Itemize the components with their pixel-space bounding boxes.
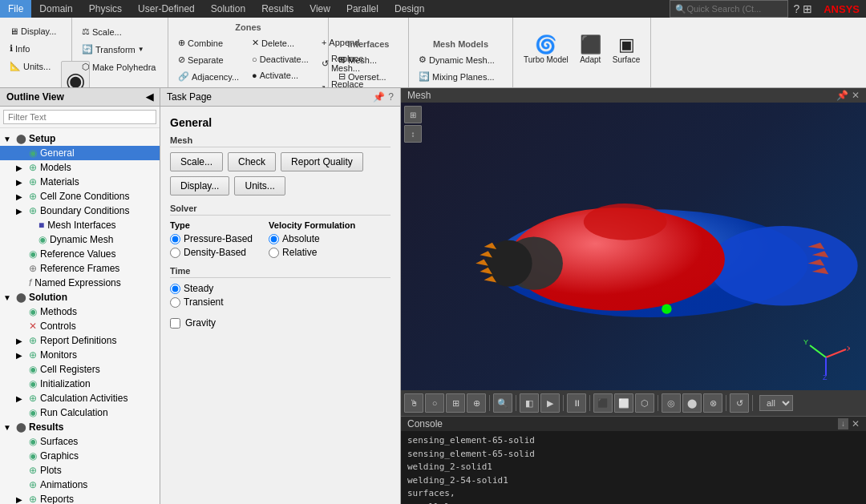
tree-item-cell-zone[interactable]: ▶ ⊕ Cell Zone Conditions — [0, 189, 160, 204]
ribbon-scale-btn[interactable]: ⚖ Scale... — [77, 24, 127, 39]
tree-item-report-defs[interactable]: ▶ ⊕ Report Definitions — [0, 333, 160, 348]
tree-item-calc-activities[interactable]: ▶ ⊕ Calculation Activities — [0, 391, 160, 405]
vp-zoom-in-tool[interactable]: 🔍 — [493, 393, 512, 413]
steady-radio[interactable] — [170, 284, 180, 294]
outline-filter-input[interactable] — [3, 110, 156, 124]
ribbon-check-btn[interactable]: ✓ Check ▼ — [5, 77, 58, 88]
vp-select-tool[interactable]: 🖱 — [404, 393, 423, 413]
ribbon-units-btn[interactable]: 📐 Units... — [5, 58, 55, 74]
transient-option[interactable]: Transient — [170, 296, 391, 308]
tree-item-methods[interactable]: ◉ Methods — [0, 304, 160, 319]
tree-item-ref-values[interactable]: ◉ Reference Values — [0, 247, 160, 261]
viewport-close-icon[interactable]: ✕ — [852, 90, 860, 101]
vp-fit-tool[interactable]: ◧ — [520, 393, 539, 413]
gravity-section[interactable]: Gravity — [170, 317, 391, 329]
relative-option[interactable]: Relative — [269, 247, 355, 258]
tree-item-graphics[interactable]: ◉ Graphics — [0, 449, 160, 463]
relative-radio[interactable] — [269, 248, 279, 258]
console-scroll-icon[interactable]: ↓ — [838, 418, 848, 429]
vp-frame-tool[interactable]: ⬜ — [614, 393, 633, 413]
report-quality-button[interactable]: Report Quality — [281, 152, 363, 171]
tree-item-animations[interactable]: ⊕ Animations — [0, 478, 160, 492]
tree-item-cell-regs[interactable]: ◉ Cell Registers — [0, 362, 160, 377]
vp-pan-tool[interactable]: ⊞ — [446, 393, 465, 413]
viewport-3d[interactable]: ⊞ ↕ — [401, 103, 866, 416]
ribbon-combine-btn[interactable]: ⊕ Combine — [173, 35, 244, 50]
transient-radio[interactable] — [170, 297, 180, 308]
ribbon-info-btn[interactable]: ℹ Info — [5, 41, 34, 56]
ribbon-separate-btn[interactable]: ⊘ Separate — [173, 52, 244, 67]
vp-circle-tool[interactable]: ◎ — [662, 393, 681, 413]
menu-solution[interactable]: Solution — [203, 0, 253, 18]
tree-item-surfaces[interactable]: ◉ Surfaces — [0, 434, 160, 449]
ribbon-deactivate-btn[interactable]: ○ Deactivate... — [247, 52, 314, 67]
viewport-pin-icon[interactable]: 📌 — [836, 90, 848, 101]
tree-item-run-calc[interactable]: ◉ Run Calculation — [0, 405, 160, 420]
ribbon-activate-btn[interactable]: ● Activate... — [247, 68, 314, 83]
tree-section-results[interactable]: ▼ ⬤ Results — [0, 420, 160, 434]
vp-dot-tool[interactable]: ⬤ — [682, 393, 702, 413]
tree-item-monitors[interactable]: ▶ ⊕ Monitors — [0, 348, 160, 362]
tree-item-materials[interactable]: ▶ ⊕ Materials — [0, 175, 160, 189]
tree-item-plots[interactable]: ⊕ Plots — [0, 463, 160, 478]
menu-domain[interactable]: Domain — [31, 0, 80, 18]
menu-parallel[interactable]: Parallel — [338, 0, 386, 18]
tree-item-ref-frames[interactable]: ⊕ Reference Frames — [0, 261, 160, 276]
ribbon-polyhedra-btn[interactable]: ⬡ Make Polyhedra — [77, 59, 161, 75]
ribbon-adapt-btn[interactable]: ⬛ Adapt — [574, 24, 607, 74]
density-based-radio[interactable] — [170, 248, 180, 258]
pressure-based-radio[interactable] — [170, 234, 180, 244]
tree-section-solution[interactable]: ▼ ⬤ Solution — [0, 290, 160, 304]
tree-section-setup[interactable]: ▼ ⬤ Setup — [0, 131, 160, 146]
task-help-icon[interactable]: ? — [388, 91, 394, 103]
ribbon-adjacency-btn[interactable]: 🔗 Adjacency... — [173, 69, 244, 84]
vp-reset-tool[interactable]: ↺ — [730, 393, 749, 413]
search-input[interactable] — [686, 4, 783, 14]
ribbon-turbo-btn[interactable]: 🌀 Turbo Model — [518, 24, 574, 74]
vp-box-tool[interactable]: ⬛ — [593, 393, 613, 413]
tree-item-boundary[interactable]: ▶ ⊕ Boundary Conditions — [0, 204, 160, 218]
tree-item-dynamic-mesh[interactable]: ◉ Dynamic Mesh — [0, 232, 160, 247]
ribbon-mixing-planes-btn[interactable]: 🔄 Mixing Planes... — [414, 69, 508, 84]
ribbon-mesh-interface-btn[interactable]: ⊞ Mesh... — [334, 52, 403, 67]
menu-file[interactable]: File — [0, 0, 31, 18]
ribbon-overset-btn[interactable]: ⊟ Overset... — [334, 69, 403, 84]
tree-item-controls[interactable]: ✕ Controls — [0, 319, 160, 333]
menu-user-defined[interactable]: User-Defined — [130, 0, 203, 18]
display-button[interactable]: Display... — [170, 176, 229, 196]
steady-option[interactable]: Steady — [170, 283, 391, 294]
density-based-option[interactable]: Density-Based — [170, 247, 253, 258]
absolute-radio[interactable] — [269, 234, 279, 244]
ribbon-display-btn[interactable]: 🖥 Display... — [5, 24, 61, 38]
vp-stop-tool[interactable]: ⏸ — [567, 393, 586, 413]
menu-view[interactable]: View — [301, 0, 338, 18]
tree-item-general[interactable]: ◉ General — [0, 146, 160, 160]
task-pin-icon[interactable]: 📌 — [373, 91, 385, 103]
ribbon-dynamic-mesh-btn[interactable]: ⚙ Dynamic Mesh... — [414, 52, 508, 67]
console-close-icon[interactable]: ✕ — [852, 418, 860, 429]
units-button[interactable]: Units... — [234, 176, 285, 196]
vp-zoom-tool[interactable]: ⊕ — [467, 393, 486, 413]
scale-button[interactable]: Scale... — [170, 152, 223, 171]
viewport-display-select[interactable]: all — [759, 395, 793, 411]
check-button[interactable]: Check — [228, 152, 276, 171]
vp-target-tool[interactable]: ⊗ — [703, 393, 722, 413]
tree-item-reports[interactable]: ▶ ⊕ Reports — [0, 492, 160, 504]
outline-collapse-icon[interactable]: ◀ — [146, 91, 153, 103]
vp-mesh-tool[interactable]: ⬡ — [635, 393, 654, 413]
vp-rotate-tool[interactable]: ○ — [425, 393, 444, 413]
tree-item-named-expr[interactable]: f Named Expressions — [0, 276, 160, 290]
ribbon-surface-btn[interactable]: ▣ Surface — [607, 24, 645, 74]
absolute-option[interactable]: Absolute — [269, 233, 355, 244]
menu-results[interactable]: Results — [253, 0, 301, 18]
ribbon-transform-btn[interactable]: 🔄 Transform ▼ — [77, 42, 149, 57]
gravity-checkbox[interactable] — [170, 318, 180, 329]
menu-physics[interactable]: Physics — [81, 0, 130, 18]
tree-item-models[interactable]: ▶ ⊕ Models — [0, 160, 160, 175]
tree-item-init[interactable]: ◉ Initialization — [0, 377, 160, 391]
tree-item-mesh-interfaces[interactable]: ■ Mesh Interfaces — [0, 218, 160, 232]
menu-design[interactable]: Design — [386, 0, 432, 18]
pressure-based-option[interactable]: Pressure-Based — [170, 233, 253, 244]
menu-search-box[interactable]: 🔍 — [670, 0, 788, 18]
transform-dropdown[interactable]: ▼ — [138, 46, 144, 53]
